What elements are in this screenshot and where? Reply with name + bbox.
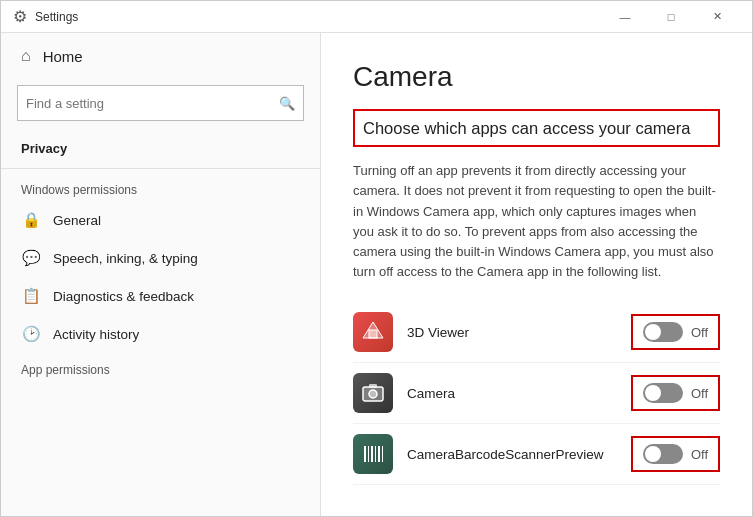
svg-rect-8 <box>375 446 376 462</box>
maximize-button[interactable]: □ <box>648 1 694 33</box>
toggle-label-3dviewer: Off <box>691 325 708 340</box>
home-label: Home <box>43 48 83 65</box>
home-icon: ⌂ <box>21 47 31 65</box>
activity-label: Activity history <box>53 327 139 342</box>
toggle-barcode[interactable] <box>643 444 683 464</box>
content-area: ⌂ Home 🔍 Privacy Windows permissions 🔒 G… <box>1 33 752 516</box>
title-bar: ⚙ Settings — □ ✕ <box>1 1 752 33</box>
app-list: 3D Viewer Off <box>353 302 720 485</box>
window-controls: — □ ✕ <box>602 1 740 33</box>
general-label: General <box>53 213 101 228</box>
diagnostics-icon: 📋 <box>21 287 41 305</box>
table-row: CameraBarcodeScannerPreview Off <box>353 424 720 485</box>
sidebar-item-activity[interactable]: 🕑 Activity history <box>1 315 320 353</box>
settings-window: ⚙ Settings — □ ✕ ⌂ Home 🔍 Pr <box>0 0 753 517</box>
sidebar-item-home[interactable]: ⌂ Home <box>1 33 320 79</box>
table-row: 3D Viewer Off <box>353 302 720 363</box>
sidebar-item-general[interactable]: 🔒 General <box>1 201 320 239</box>
svg-rect-5 <box>364 446 366 462</box>
activity-icon: 🕑 <box>21 325 41 343</box>
svg-point-3 <box>369 390 377 398</box>
title-bar-left: ⚙ Settings <box>13 7 78 26</box>
svg-rect-7 <box>371 446 373 462</box>
app-permissions-label: App permissions <box>1 353 320 381</box>
search-icon: 🔍 <box>279 96 295 111</box>
toggle-area-camera: Off <box>631 375 720 411</box>
toggle-area-3dviewer: Off <box>631 314 720 350</box>
toggle-camera[interactable] <box>643 383 683 403</box>
svg-rect-4 <box>369 384 377 388</box>
sidebar-item-diagnostics[interactable]: 📋 Diagnostics & feedback <box>1 277 320 315</box>
page-title: Camera <box>353 61 720 93</box>
sidebar: ⌂ Home 🔍 Privacy Windows permissions 🔒 G… <box>1 33 321 516</box>
search-box: 🔍 <box>17 85 304 121</box>
minimize-button[interactable]: — <box>602 1 648 33</box>
svg-rect-9 <box>378 446 380 462</box>
diagnostics-label: Diagnostics & feedback <box>53 289 194 304</box>
toggle-area-barcode: Off <box>631 436 720 472</box>
toggle-label-camera: Off <box>691 386 708 401</box>
divider-1 <box>1 168 320 169</box>
search-box-wrapper: 🔍 <box>1 79 320 133</box>
toggle-label-barcode: Off <box>691 447 708 462</box>
3dviewer-icon <box>353 312 393 352</box>
svg-rect-10 <box>382 446 383 462</box>
app-name-3dviewer: 3D Viewer <box>407 325 631 340</box>
toggle-knob-camera <box>645 385 661 401</box>
privacy-heading: Privacy <box>1 133 320 164</box>
sidebar-item-speech[interactable]: 💬 Speech, inking, & typing <box>1 239 320 277</box>
windows-permissions-label: Windows permissions <box>1 173 320 201</box>
search-input[interactable] <box>26 96 273 111</box>
close-button[interactable]: ✕ <box>694 1 740 33</box>
barcode-icon <box>353 434 393 474</box>
settings-icon: ⚙ <box>13 7 27 26</box>
toggle-knob-barcode <box>645 446 661 462</box>
table-row: Camera Off <box>353 363 720 424</box>
speech-label: Speech, inking, & typing <box>53 251 198 266</box>
speech-icon: 💬 <box>21 249 41 267</box>
description-text: Turning off an app prevents it from dire… <box>353 161 720 282</box>
svg-rect-1 <box>369 330 377 338</box>
toggle-3dviewer[interactable] <box>643 322 683 342</box>
general-icon: 🔒 <box>21 211 41 229</box>
app-name-barcode: CameraBarcodeScannerPreview <box>407 447 631 462</box>
app-name-camera: Camera <box>407 386 631 401</box>
section-heading: Choose which apps can access your camera <box>363 117 710 139</box>
toggle-knob-3dviewer <box>645 324 661 340</box>
window-title: Settings <box>35 10 78 24</box>
svg-rect-6 <box>368 446 369 462</box>
section-heading-box: Choose which apps can access your camera <box>353 109 720 147</box>
camera-app-icon <box>353 373 393 413</box>
main-content: Camera Choose which apps can access your… <box>321 33 752 516</box>
